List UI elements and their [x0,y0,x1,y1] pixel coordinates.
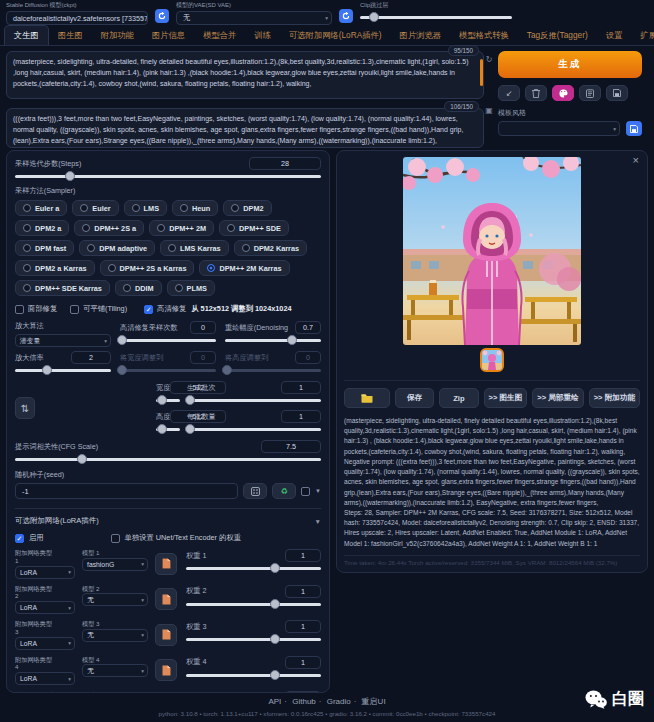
sampler-option[interactable]: DPM++ 2S a Karras [100,260,195,276]
batch-size-value[interactable]: 1 [281,410,321,423]
hires-steps-value[interactable]: 0 [190,321,216,334]
sampler-option-selected[interactable]: DPM++ 2M Karras [199,260,289,276]
styles-dropdown[interactable]: ▾ [498,121,620,136]
sampler-option[interactable]: DPM++ SDE Karras [15,280,110,296]
slider-handle[interactable] [270,563,280,573]
slider-handle[interactable] [157,424,167,434]
lora-model-info-button[interactable] [155,553,177,575]
save-style-button[interactable] [606,85,628,101]
tab-checkpoint-merger[interactable]: 模型合并 [194,26,245,45]
tab-settings[interactable]: 设置 [597,26,632,45]
swap-dimensions-button[interactable]: ⇅ [15,397,35,419]
lora-model-info-button[interactable] [155,659,177,681]
negative-prompt-input[interactable]: (((extra feet))),3 feet,more than two fe… [6,108,484,148]
lora-type-dropdown[interactable]: LoRA▾ [15,601,75,614]
lora-model-dropdown[interactable]: 无▾ [82,593,148,606]
slider-handle[interactable] [185,395,195,405]
save-styles-button[interactable] [626,121,642,136]
slider-handle[interactable] [185,424,195,434]
sampler-option[interactable]: DPM++ 2M [149,220,214,236]
batch-count-value[interactable]: 1 [281,381,321,394]
extra-networks-button[interactable] [552,85,574,101]
gallery-thumbnail-selected[interactable] [480,348,504,372]
lora-type-dropdown[interactable]: LoRA▾ [15,672,75,685]
upscaler-dropdown[interactable]: 潜变量 ▾ [15,334,111,347]
gradio-link[interactable]: Gradio [327,697,351,706]
upscale-by-slider[interactable] [15,364,111,376]
sampler-option[interactable]: LMS Karras [160,240,229,256]
slider-handle[interactable] [287,335,297,345]
denoising-value[interactable]: 0.7 [295,321,321,334]
sampler-option[interactable]: LMS [124,200,167,216]
sampler-option[interactable]: DPM adaptive [79,240,155,256]
lora-type-dropdown[interactable]: LoRA▾ [15,637,75,650]
lora-type-dropdown[interactable]: LoRA▾ [15,566,75,579]
refresh-vae-button[interactable] [339,9,353,23]
tab-extras[interactable]: 附加功能 [92,26,143,45]
clear-prompt-button[interactable] [525,85,547,101]
slider-handle[interactable] [77,454,87,464]
sampler-option[interactable]: Heun [172,200,218,216]
sampler-option[interactable]: DPM fast [15,240,74,256]
send-to-img2img-button[interactable]: >> 图生图 [484,388,528,408]
tab-txt2img[interactable]: 文生图 [4,25,49,45]
tab-img2img[interactable]: 图生图 [49,26,92,45]
tab-image-browser[interactable]: 图片浏览器 [391,26,450,45]
width-slider[interactable] [156,394,180,406]
sampler-option[interactable]: DDIM [115,280,162,296]
refresh-checkpoint-button[interactable] [155,9,169,23]
slider-handle[interactable] [42,365,52,375]
batch-count-slider[interactable] [187,394,321,406]
sampler-option[interactable]: DPM2 [223,200,271,216]
height-slider[interactable] [156,423,180,435]
sampler-option[interactable]: Euler [72,200,118,216]
refresh-small-icon[interactable]: ↻ [484,55,494,64]
slider-handle[interactable] [157,395,167,405]
cfg-scale-slider[interactable] [15,453,321,465]
slider-handle[interactable] [117,335,127,345]
seed-extra-collapse-icon[interactable]: ▼ [315,488,321,494]
lora-model-info-button[interactable] [155,588,177,610]
api-link[interactable]: API [268,697,281,706]
hires-fix-checkbox[interactable]: ✓高清修复 [144,304,186,314]
grid-small-icon[interactable]: ▣ [484,106,494,115]
slider-handle[interactable] [369,12,379,22]
tab-train[interactable]: 训练 [245,26,280,45]
restore-faces-checkbox[interactable]: 面部修复 [15,304,57,314]
apply-style-button[interactable] [579,85,601,101]
tab-model-converter[interactable]: 模型格式转换 [450,26,518,45]
send-to-inpaint-button[interactable]: >> 局部重绘 [532,388,583,408]
generate-button[interactable]: 生成 [498,51,642,78]
sampler-option[interactable]: DPM2 a [15,220,69,236]
lora-accordion-header[interactable]: 可选附加网络(LoRA插件) ▼ [15,508,321,526]
vae-dropdown[interactable]: 无 ▾ [176,11,332,25]
lora-weight-slider[interactable] [186,562,321,574]
steps-value[interactable]: 28 [249,157,321,170]
lora-weight-value[interactable]: 1 [285,549,321,562]
lora-weight-value[interactable]: 1 [285,620,321,633]
lora-model-dropdown[interactable]: 无▾ [82,629,148,642]
sampler-option[interactable]: DPM2 Karras [234,240,307,256]
extra-seed-checkbox[interactable] [301,487,310,496]
lora-model-info-button[interactable] [155,624,177,646]
read-params-button[interactable]: ↙ [498,85,520,101]
lora-model-dropdown[interactable]: fashionG▾ [82,558,148,571]
lora-weight-value[interactable]: 1 [285,691,321,693]
sampler-option[interactable]: Euler a [15,200,67,216]
slider-handle[interactable] [65,171,75,181]
cfg-scale-value[interactable]: 7.5 [261,440,321,453]
steps-slider[interactable] [15,170,321,182]
separate-weights-checkbox[interactable] [111,534,120,543]
tiling-checkbox[interactable]: 可平铺(Tiling) [70,304,127,314]
close-icon[interactable]: × [633,155,639,166]
hires-steps-slider[interactable] [120,334,216,346]
denoising-slider[interactable] [225,334,321,346]
tab-additional-networks[interactable]: 可选附加网络(LoRA插件) [280,26,391,45]
seed-input[interactable]: -1 [15,483,238,499]
prompt-scrollbar[interactable] [480,59,483,86]
lora-weight-value[interactable]: 1 [285,656,321,669]
upscale-by-value[interactable]: 2 [71,351,111,364]
save-image-button[interactable]: 保存 [395,388,434,408]
sampler-option[interactable]: PLMS [167,280,215,296]
lora-model-dropdown[interactable]: 无▾ [82,664,148,677]
